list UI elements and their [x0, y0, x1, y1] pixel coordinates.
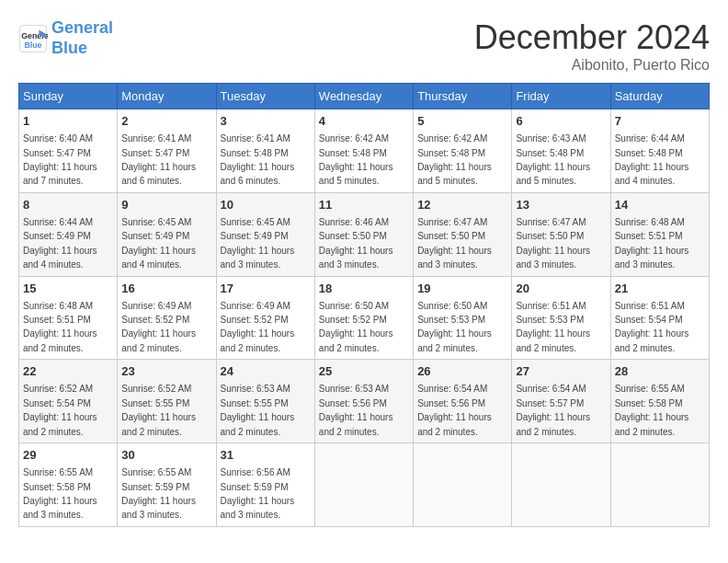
day-detail: Sunrise: 6:45 AMSunset: 5:49 PMDaylight:…: [221, 217, 295, 270]
day-number: 29: [23, 447, 113, 464]
day-detail: Sunrise: 6:55 AMSunset: 5:58 PMDaylight:…: [615, 384, 689, 436]
day-detail: Sunrise: 6:46 AMSunset: 5:50 PMDaylight:…: [319, 217, 393, 270]
svg-text:Blue: Blue: [24, 40, 41, 49]
col-tuesday: Tuesday: [216, 84, 314, 109]
day-number: 16: [121, 281, 211, 297]
day-number: 20: [516, 281, 606, 297]
logo: General Blue General Blue: [18, 18, 113, 58]
day-detail: Sunrise: 6:47 AMSunset: 5:50 PMDaylight:…: [417, 217, 492, 270]
col-monday: Monday: [118, 84, 216, 109]
day-detail: Sunrise: 6:54 AMSunset: 5:57 PMDaylight:…: [516, 384, 590, 436]
day-cell: 6 Sunrise: 6:43 AMSunset: 5:48 PMDayligh…: [512, 109, 610, 193]
week-row-4: 22 Sunrise: 6:52 AMSunset: 5:54 PMDaylig…: [19, 360, 710, 443]
day-cell: 9 Sunrise: 6:45 AMSunset: 5:49 PMDayligh…: [118, 192, 216, 276]
col-friday: Friday: [512, 84, 610, 109]
day-detail: Sunrise: 6:55 AMSunset: 5:58 PMDaylight:…: [23, 467, 97, 520]
day-number: 10: [221, 197, 311, 213]
logo-line1: General: [51, 18, 113, 37]
day-cell: 3 Sunrise: 6:41 AMSunset: 5:48 PMDayligh…: [216, 109, 314, 193]
day-number: 7: [615, 113, 705, 130]
day-cell: 21 Sunrise: 6:51 AMSunset: 5:54 PMDaylig…: [610, 276, 709, 360]
day-number: 26: [417, 363, 507, 380]
day-cell: [414, 443, 512, 527]
day-number: 4: [319, 113, 409, 130]
day-detail: Sunrise: 6:41 AMSunset: 5:48 PMDaylight:…: [221, 133, 295, 186]
day-cell: 20 Sunrise: 6:51 AMSunset: 5:53 PMDaylig…: [512, 276, 610, 360]
day-detail: Sunrise: 6:40 AMSunset: 5:47 PMDaylight:…: [23, 133, 97, 186]
day-cell: 17 Sunrise: 6:49 AMSunset: 5:52 PMDaylig…: [216, 276, 314, 360]
day-cell: 28 Sunrise: 6:55 AMSunset: 5:58 PMDaylig…: [610, 360, 709, 443]
day-cell: 2 Sunrise: 6:41 AMSunset: 5:47 PMDayligh…: [118, 109, 216, 193]
day-cell: [512, 443, 610, 527]
day-number: 3: [221, 113, 311, 130]
day-cell: 8 Sunrise: 6:44 AMSunset: 5:49 PMDayligh…: [19, 192, 118, 276]
day-detail: Sunrise: 6:48 AMSunset: 5:51 PMDaylight:…: [23, 301, 97, 353]
day-detail: Sunrise: 6:44 AMSunset: 5:49 PMDaylight:…: [23, 217, 97, 270]
calendar-table: Sunday Monday Tuesday Wednesday Thursday…: [18, 83, 710, 527]
day-number: 11: [319, 197, 409, 213]
day-cell: [610, 443, 709, 527]
day-cell: 26 Sunrise: 6:54 AMSunset: 5:56 PMDaylig…: [414, 360, 512, 443]
day-number: 21: [615, 281, 705, 297]
day-cell: 22 Sunrise: 6:52 AMSunset: 5:54 PMDaylig…: [19, 360, 118, 443]
day-detail: Sunrise: 6:52 AMSunset: 5:54 PMDaylight:…: [23, 384, 97, 436]
day-number: 15: [23, 281, 113, 297]
day-detail: Sunrise: 6:42 AMSunset: 5:48 PMDaylight:…: [319, 133, 393, 186]
col-sunday: Sunday: [19, 84, 118, 109]
day-cell: [314, 443, 413, 527]
page-header: General Blue General Blue December 2024 …: [18, 18, 710, 74]
day-detail: Sunrise: 6:49 AMSunset: 5:52 PMDaylight:…: [221, 301, 295, 353]
day-detail: Sunrise: 6:49 AMSunset: 5:52 PMDaylight:…: [121, 301, 196, 353]
day-cell: 19 Sunrise: 6:50 AMSunset: 5:53 PMDaylig…: [414, 276, 512, 360]
day-cell: 11 Sunrise: 6:46 AMSunset: 5:50 PMDaylig…: [314, 192, 413, 276]
day-detail: Sunrise: 6:51 AMSunset: 5:54 PMDaylight:…: [615, 301, 689, 353]
title-block: December 2024 Aibonito, Puerto Rico: [474, 18, 710, 74]
day-cell: 14 Sunrise: 6:48 AMSunset: 5:51 PMDaylig…: [610, 192, 709, 276]
day-detail: Sunrise: 6:50 AMSunset: 5:52 PMDaylight:…: [319, 301, 393, 353]
day-number: 18: [319, 281, 409, 297]
month-title: December 2024: [474, 18, 710, 57]
day-detail: Sunrise: 6:55 AMSunset: 5:59 PMDaylight:…: [121, 467, 196, 520]
day-number: 24: [221, 363, 311, 380]
day-cell: 15 Sunrise: 6:48 AMSunset: 5:51 PMDaylig…: [19, 276, 118, 360]
location: Aibonito, Puerto Rico: [474, 57, 710, 74]
day-detail: Sunrise: 6:42 AMSunset: 5:48 PMDaylight:…: [417, 133, 492, 186]
day-number: 1: [23, 113, 113, 130]
day-detail: Sunrise: 6:53 AMSunset: 5:55 PMDaylight:…: [221, 384, 295, 436]
day-detail: Sunrise: 6:56 AMSunset: 5:59 PMDaylight:…: [221, 467, 295, 520]
day-number: 13: [516, 197, 606, 213]
week-row-3: 15 Sunrise: 6:48 AMSunset: 5:51 PMDaylig…: [19, 276, 710, 360]
logo-line2: Blue: [51, 39, 87, 57]
day-cell: 27 Sunrise: 6:54 AMSunset: 5:57 PMDaylig…: [512, 360, 610, 443]
day-detail: Sunrise: 6:48 AMSunset: 5:51 PMDaylight:…: [615, 217, 689, 270]
day-detail: Sunrise: 6:54 AMSunset: 5:56 PMDaylight:…: [417, 384, 492, 436]
day-cell: 10 Sunrise: 6:45 AMSunset: 5:49 PMDaylig…: [216, 192, 314, 276]
day-cell: 13 Sunrise: 6:47 AMSunset: 5:50 PMDaylig…: [512, 192, 610, 276]
day-number: 23: [121, 363, 211, 380]
day-cell: 12 Sunrise: 6:47 AMSunset: 5:50 PMDaylig…: [414, 192, 512, 276]
day-cell: 7 Sunrise: 6:44 AMSunset: 5:48 PMDayligh…: [610, 109, 709, 193]
col-thursday: Thursday: [414, 84, 512, 109]
day-number: 5: [417, 113, 507, 130]
day-detail: Sunrise: 6:53 AMSunset: 5:56 PMDaylight:…: [319, 384, 393, 436]
day-cell: 31 Sunrise: 6:56 AMSunset: 5:59 PMDaylig…: [216, 443, 314, 527]
week-row-2: 8 Sunrise: 6:44 AMSunset: 5:49 PMDayligh…: [19, 192, 710, 276]
day-cell: 16 Sunrise: 6:49 AMSunset: 5:52 PMDaylig…: [118, 276, 216, 360]
day-number: 31: [221, 447, 311, 464]
week-row-1: 1 Sunrise: 6:40 AMSunset: 5:47 PMDayligh…: [19, 109, 710, 193]
day-number: 9: [121, 197, 211, 213]
logo-text: General Blue: [51, 18, 113, 58]
day-detail: Sunrise: 6:41 AMSunset: 5:47 PMDaylight:…: [121, 133, 196, 186]
day-number: 30: [121, 447, 211, 464]
day-number: 17: [221, 281, 311, 297]
day-number: 28: [615, 363, 705, 380]
day-cell: 23 Sunrise: 6:52 AMSunset: 5:55 PMDaylig…: [118, 360, 216, 443]
day-number: 22: [23, 363, 113, 380]
day-detail: Sunrise: 6:44 AMSunset: 5:48 PMDaylight:…: [615, 133, 689, 186]
day-cell: 24 Sunrise: 6:53 AMSunset: 5:55 PMDaylig…: [216, 360, 314, 443]
day-number: 14: [615, 197, 705, 213]
day-cell: 1 Sunrise: 6:40 AMSunset: 5:47 PMDayligh…: [19, 109, 118, 193]
week-row-5: 29 Sunrise: 6:55 AMSunset: 5:58 PMDaylig…: [19, 443, 710, 527]
logo-icon: General Blue: [18, 24, 48, 53]
day-number: 19: [417, 281, 507, 297]
